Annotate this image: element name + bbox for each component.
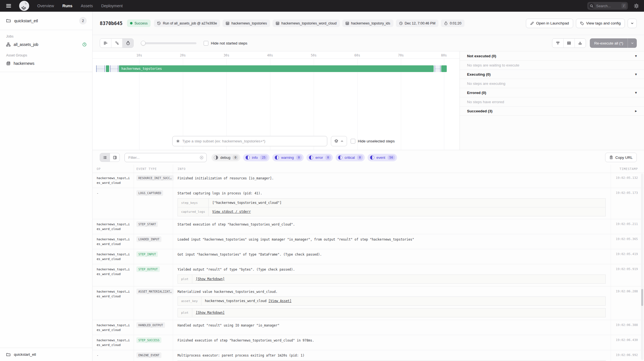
level-pill-debug[interactable]: debug0 (211, 154, 240, 161)
hide-not-started-checkbox[interactable]: Hide not started steps (204, 41, 247, 46)
metadata-row: captured_logsView stdout / stderr (178, 207, 606, 216)
table-icon (276, 21, 279, 25)
level-pill-critical[interactable]: critical0 (336, 154, 365, 161)
log-view-toggle (100, 153, 120, 162)
level-pill-info[interactable]: info25 (243, 154, 269, 161)
reexecute-label: Re-execute all (*) (590, 38, 628, 48)
panel-up-icon[interactable] (575, 39, 586, 48)
panel-split-icon[interactable] (563, 39, 575, 48)
reexecute-all-button[interactable]: Re-execute all (*) (590, 38, 637, 48)
metadata-row: asset_keyhackernews_topstories_word_clou… (178, 297, 606, 306)
metadata-value-text: ["hackernews_topstories_word_cloud"] (212, 201, 281, 205)
log-op-cell: hackernews_topst…ies_word_cloud (93, 249, 134, 264)
run-tag[interactable]: hackernews_topstory_ids (342, 19, 393, 27)
log-row: hackernews_topst…ies_word_cloudASSET_MAT… (93, 286, 644, 320)
run-history-icon (157, 21, 161, 25)
step-subset-input[interactable] (182, 139, 324, 143)
structured-view-icon[interactable] (110, 153, 119, 162)
hide-not-started-label: Hide not started steps (211, 41, 247, 45)
level-count: 25 (260, 155, 268, 160)
sidebar-repo[interactable]: quickstart_etl 2 (0, 12, 92, 30)
clipboard-icon (609, 155, 613, 159)
toggle-icon (309, 155, 313, 160)
log-scrollbar[interactable] (641, 174, 643, 360)
hamburger-icon[interactable] (5, 2, 12, 9)
sidebar-item-hackernews[interactable]: hackernews (0, 59, 92, 68)
run-tag[interactable]: Dec 12, 7:00:46 PM (396, 19, 438, 27)
hide-unselected-checkbox[interactable]: Hide unselected steps (351, 139, 395, 144)
gear-icon[interactable] (633, 3, 639, 9)
event-type-badge: HANDLED_OUTPUT (136, 322, 165, 328)
step-subset-input-box[interactable] (172, 136, 327, 146)
metadata-value: ["hackernews_topstories_word_cloud"] (209, 198, 606, 207)
search-box[interactable]: / (587, 2, 628, 10)
log-scrollbar-thumb[interactable] (641, 289, 643, 306)
log-info-text: Got input "hackernews_topstories" of typ… (178, 252, 606, 257)
run-header: 8370b645 Success Run of all_assets_job @… (93, 12, 644, 35)
gantt-step-bar[interactable] (441, 65, 447, 72)
status-section-body: No steps have errored (460, 97, 644, 107)
footer-repo-name: quickstart_etl (14, 352, 36, 357)
status-section-executing[interactable]: Executing (0)▾ (460, 70, 644, 79)
reexecute-dropdown[interactable] (628, 38, 637, 48)
level-pill-event[interactable]: event56 (368, 154, 397, 161)
repo-count-badge: 2 (79, 17, 87, 24)
nav-links: OverviewRunsAssetsDeployment (37, 4, 123, 8)
step-select-icon (176, 139, 180, 143)
level-pill-warning[interactable]: warning0 (272, 154, 304, 161)
search-input[interactable] (596, 4, 620, 8)
run-tag[interactable]: Run of all_assets_job @ a27e393e (154, 19, 220, 27)
log-filter-input[interactable] (128, 155, 197, 160)
copy-url-button[interactable]: Copy URL (605, 153, 637, 162)
run-tag[interactable]: hackernews_topstories_word_cloud (273, 19, 340, 27)
metadata-link[interactable]: [Show Markdown] (196, 311, 225, 315)
metadata-value: [Show Markdown] (192, 275, 606, 283)
nav-item-runs[interactable]: Runs (62, 4, 72, 8)
status-section-errored[interactable]: Errored (0)▾ (460, 88, 644, 97)
metadata-link[interactable]: [Show Markdown] (196, 277, 225, 281)
action-view-tags-and-config[interactable]: View tags and config (576, 19, 625, 28)
gantt-queued-segment[interactable] (96, 65, 105, 72)
status-section-succeeded[interactable]: Succeeded (3)▸ (460, 107, 644, 116)
log-row: hackernews_topst…ies_word_cloudRESOURCE_… (93, 173, 644, 188)
gantt-step-bar[interactable]: hackernews_topstories (119, 65, 434, 72)
nav-item-overview[interactable]: Overview (37, 4, 54, 8)
folder-icon (6, 18, 11, 23)
nav-item-assets[interactable]: Assets (81, 4, 93, 8)
metadata-link[interactable]: [View Asset] (268, 299, 291, 303)
log-event-cell: STEP_OUTPUT (134, 264, 173, 286)
subset-options-button[interactable] (331, 136, 347, 146)
slider-knob[interactable] (141, 41, 146, 46)
metadata-link[interactable]: View stdout / stderr (212, 210, 251, 214)
view-flat-icon[interactable] (100, 39, 111, 48)
toggle-icon (370, 155, 374, 160)
run-tag[interactable]: 0:01:20 (441, 19, 465, 27)
view-timed-icon[interactable] (122, 39, 133, 48)
gantt-queued-segment[interactable] (435, 65, 441, 72)
log-info-cell: Handled output "result" using IO manager… (173, 320, 611, 335)
list-view-icon[interactable] (100, 153, 110, 162)
run-more-dropdown-button[interactable] (628, 19, 637, 28)
log-info-cell: Finished initialization of resources [io… (173, 173, 611, 188)
clear-filter-icon[interactable] (199, 155, 204, 160)
event-type-badge: LOGS_CAPTURED (136, 190, 163, 196)
run-tag[interactable]: hackernews_topstories (223, 19, 270, 27)
status-section-not[interactable]: Not executed (0)▾ (460, 51, 644, 61)
sidebar-footer-repo[interactable]: quickstart_etl (0, 348, 92, 361)
level-pill-error[interactable]: error0 (306, 154, 333, 161)
gantt-queued-segment[interactable] (110, 65, 118, 72)
tag-label: 0:01:20 (450, 21, 461, 25)
zoom-slider[interactable] (141, 42, 196, 44)
gantt-step-bar[interactable] (106, 65, 109, 72)
nav-item-deployment[interactable]: Deployment (101, 4, 123, 8)
action-open-in-launchpad[interactable]: Open in Launchpad (526, 19, 573, 28)
log-row: hackernews_topst…ies_word_cloudHANDLED_O… (93, 320, 644, 335)
sidebar-item-all_assets_job[interactable]: all_assets_job (0, 40, 92, 49)
log-table-rows: hackernews_topst…ies_word_cloudRESOURCE_… (93, 173, 644, 361)
panel-down-icon[interactable] (552, 39, 563, 48)
panel-layout-toggle (552, 38, 586, 48)
gantt-toolbar: Hide not started steps Re-execute all (*… (93, 35, 644, 51)
log-filter-box[interactable] (124, 153, 207, 162)
dagster-logo[interactable] (19, 1, 29, 11)
view-waterfall-icon[interactable] (111, 39, 122, 48)
